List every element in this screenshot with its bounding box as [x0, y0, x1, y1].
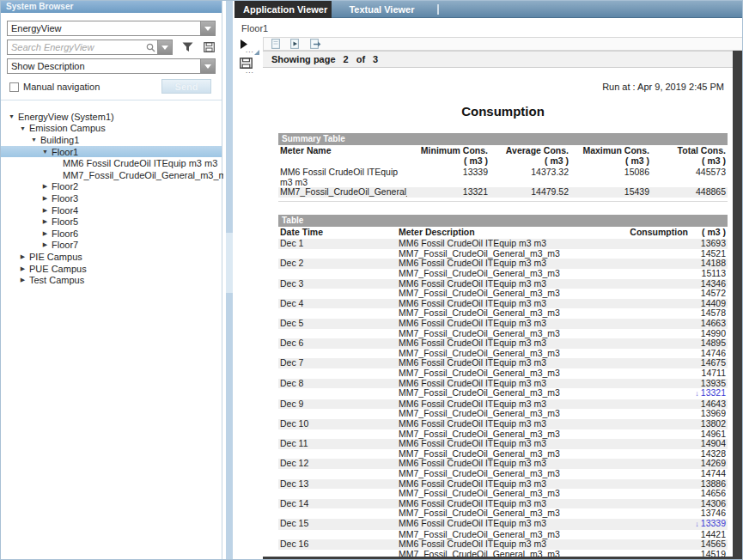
tree-expander-icon[interactable]: ▶: [40, 183, 51, 190]
meter-cell: MM7_Fossil_CrudeOil_General_m3_m3: [397, 469, 600, 479]
tree-item[interactable]: ▶Floor6: [1, 228, 222, 240]
date-cell: Dec 13: [278, 479, 397, 490]
tab-textual-viewer[interactable]: Textual Viewer: [335, 1, 428, 18]
tree-item[interactable]: ▶Floor7: [1, 240, 222, 252]
context-label: Floor1: [234, 18, 743, 33]
tree-item[interactable]: ▶PUE Campus: [1, 263, 222, 275]
detail-table-header: Table: [278, 215, 728, 227]
tree-expander-icon[interactable]: ▼: [28, 137, 40, 143]
tree-item-label: Floor4: [51, 205, 78, 216]
tree-item[interactable]: ▶PIE Campus: [1, 251, 222, 263]
system-tree: ▼EnergyView (System1)▼Emission Campus▼Bu…: [1, 100, 222, 286]
chevron-down-icon[interactable]: [200, 59, 215, 73]
page-status-current: 2: [344, 54, 349, 64]
minimum-value: 13339: [701, 518, 726, 528]
tree-item-label: Test Campus: [28, 275, 84, 285]
tree-item[interactable]: ▼Floor1: [1, 146, 222, 158]
summary-col-max: Maximun Cons.( m3 ): [570, 145, 651, 167]
report-viewport: Showing page 2 of 3 Run at : Apr 9, 2019…: [263, 51, 743, 560]
date-cell: [278, 550, 397, 557]
tree-item[interactable]: ▶Floor4: [1, 204, 222, 216]
detail-table: Date Time Meter Description Consumption(…: [278, 227, 728, 557]
detail-col-date: Date Time: [278, 227, 397, 240]
summary-row: MM6 Fossil CrudeOil ITEquip m3 m31333914…: [278, 167, 728, 187]
tree-item[interactable]: ▶Test Campus: [1, 274, 222, 286]
splitter-grip[interactable]: [226, 233, 233, 293]
tree-expander-icon[interactable]: ▶: [40, 195, 51, 202]
tree-expander-icon[interactable]: ▶: [17, 253, 28, 260]
app-root: System Browser EnergyView: [0, 0, 743, 560]
table-row: Dec 15MM6 Fossil CrudeOil ITEquip m3 m3↓…: [278, 519, 728, 530]
consumption-cell: 14663: [600, 319, 728, 329]
search-box: [7, 40, 173, 55]
meter-cell: MM6 Fossil CrudeOil ITEquip m3 m3: [397, 319, 600, 329]
save-report-button[interactable]: ...: [240, 58, 262, 74]
summary-table: Meter Name Minimum Cons.( m3 ) Average C…: [278, 145, 728, 198]
tree-item[interactable]: ▼EnergyView (System1): [1, 111, 222, 123]
panel-splitter[interactable]: [223, 1, 234, 560]
consumption-cell: 14656: [600, 489, 728, 499]
document-icon[interactable]: [271, 39, 280, 49]
tree-item[interactable]: ▶Floor2: [1, 181, 222, 193]
date-cell: Dec 6: [278, 338, 397, 349]
view-selector[interactable]: EnergyView: [7, 21, 216, 36]
table-row: MM7_Fossil_CrudeOil_General_m3_m314656: [278, 489, 728, 499]
run-report-button[interactable]: ...: [240, 40, 262, 56]
tree-expander-icon[interactable]: ▶: [17, 277, 28, 283]
tree-expander-icon[interactable]: ▶: [40, 218, 51, 225]
tab-application-viewer[interactable]: Application Viewer: [234, 1, 332, 18]
tree-item-label: Building1: [40, 135, 79, 145]
detail-col-consumption: Consumption( m3 ): [600, 227, 728, 240]
tree-expander-icon[interactable]: ▶: [40, 207, 51, 214]
date-cell: Dec 10: [278, 419, 397, 429]
description-selector[interactable]: Show Description: [7, 58, 216, 74]
search-input[interactable]: [8, 40, 143, 54]
tree-expander-icon[interactable]: ▶: [40, 241, 51, 248]
send-button[interactable]: Send: [161, 79, 211, 94]
date-cell: Dec 2: [278, 259, 397, 269]
tree-expander-icon[interactable]: ▼: [17, 125, 28, 131]
summary-col-min: Minimum Cons.( m3 ): [409, 145, 490, 167]
search-dropdown-icon[interactable]: [157, 40, 172, 54]
tree-expander-icon[interactable]: ▼: [6, 113, 17, 119]
tree-item[interactable]: ▼Building1: [1, 134, 222, 146]
summary-cell: MM6 Fossil CrudeOil ITEquip m3 m3: [278, 167, 409, 187]
date-cell: Dec 16: [278, 539, 397, 550]
date-cell: Dec 3: [278, 279, 397, 289]
date-cell: Dec 9: [278, 399, 397, 410]
meter-cell: MM6 Fossil CrudeOil ITEquip m3 m3: [397, 519, 600, 530]
document-play-icon[interactable]: [290, 39, 300, 49]
chevron-down-icon[interactable]: [200, 21, 215, 35]
date-cell: Dec 15: [278, 519, 397, 530]
table-row: Dec 16MM6 Fossil CrudeOil ITEquip m3 m31…: [278, 539, 728, 550]
tree-item[interactable]: ▼Emission Campus: [1, 123, 222, 135]
manual-navigation-checkbox[interactable]: [9, 82, 19, 92]
tree-item[interactable]: ▶Floor5: [1, 216, 222, 228]
viewer-tabbar: Application Viewer Textual Viewer: [234, 1, 743, 18]
date-cell: Dec 4: [278, 299, 397, 309]
tree-expander-icon[interactable]: ▶: [17, 265, 28, 272]
minimum-arrow-icon: ↓: [695, 389, 699, 398]
table-row: Dec 5MM6 Fossil CrudeOil ITEquip m3 m314…: [278, 319, 728, 329]
consumption-cell: 14711: [600, 368, 728, 379]
tree-expander-icon[interactable]: ▶: [40, 230, 51, 237]
tree-item-label: Floor1: [51, 147, 78, 157]
table-row: Dec 10MM6 Fossil CrudeOil ITEquip m3 m31…: [278, 419, 728, 429]
summary-cell: MM7_Fossil_CrudeOil_General_: [278, 187, 409, 198]
document-export-icon[interactable]: [310, 39, 321, 49]
filter-icon[interactable]: [180, 40, 194, 54]
tree-item[interactable]: ▶Floor3: [1, 192, 222, 204]
tree-expander-icon[interactable]: ▼: [40, 149, 51, 155]
consumption-cell: 13802: [600, 419, 728, 429]
save-filter-icon[interactable]: [202, 40, 216, 54]
tree-item[interactable]: MM6 Fossil CrudeOil ITEquip m3 m3: [1, 157, 222, 169]
consumption-cell: ↓13339: [600, 519, 728, 530]
summary-cell: 13321: [409, 187, 490, 198]
meter-cell: MM6 Fossil CrudeOil ITEquip m3 m3: [397, 419, 600, 429]
date-cell: [278, 489, 397, 499]
date-cell: [278, 469, 397, 479]
tree-item[interactable]: MM7_Fossil_CrudeOil_General_m3_m3: [1, 169, 222, 181]
summary-table-header: Summary Table: [278, 133, 728, 145]
browser-controls: EnergyView Show Descri: [1, 13, 222, 100]
report-title: Consumption: [278, 104, 728, 119]
